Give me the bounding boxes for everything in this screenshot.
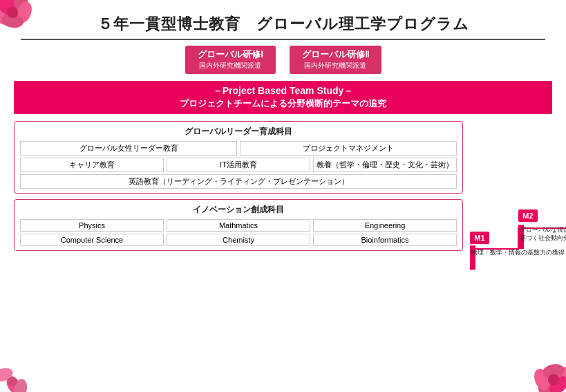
leader-item-4: IT活用教育	[167, 158, 310, 172]
svg-point-11	[531, 367, 552, 392]
project-band-line2: プロジェクトチームによる分野横断的テーマの追究	[21, 97, 545, 110]
leader-item-6: 英語教育（リーディング・ライティング・プレゼンテーション）	[20, 174, 457, 189]
innovation-box: イノベーション創成科目 Physics Mathmatics Engineeri…	[14, 199, 463, 251]
staircase-svg: M1 物理・数学・情報の基盤力の獲得 M2 グローバルな視点に 基づく社会動向分…	[470, 121, 566, 270]
leader-row3: 英語教育（リーディング・ライティング・プレゼンテーション）	[20, 174, 457, 189]
svg-point-10	[546, 373, 566, 392]
project-band: －Project Based Team Study－ プロジェクトチームによる分…	[14, 81, 552, 114]
global-study-row: グローバル研修Ⅰ 国内外研究機関派遣 グローバル研修Ⅱ 国内外研究機関派遣	[14, 46, 552, 74]
project-band-line1: －Project Based Team Study－	[21, 85, 545, 97]
svg-point-7	[540, 372, 563, 392]
global-study-box-1: グローバル研修Ⅰ 国内外研究機関派遣	[185, 46, 276, 74]
leader-item-3: キャリア教育	[20, 158, 164, 172]
svg-point-17	[8, 377, 17, 386]
leader-box: グローバルリーダー育成科目 グローバル女性リーダー教育 プロジェクトマネジメント…	[14, 121, 463, 194]
global-study-1-main: グローバル研修Ⅰ	[198, 48, 263, 61]
leader-grid: グローバル女性リーダー教育 プロジェクトマネジメント	[20, 141, 457, 156]
flower-decoration-bottom-left	[0, 337, 55, 392]
title-divider	[21, 39, 545, 40]
global-study-1-sub: 国内外研究機関派遣	[198, 61, 263, 71]
staircase-diagram: M1 物理・数学・情報の基盤力の獲得 M2 グローバルな視点に 基づく社会動向分…	[470, 121, 566, 273]
global-study-box-2: グローバル研修Ⅱ 国内外研究機関派遣	[290, 46, 381, 74]
global-study-2-main: グローバル研修Ⅱ	[302, 48, 369, 61]
leader-item-1: グローバル女性リーダー教育	[20, 141, 237, 156]
innov-grid-row2: Computer Science Chemisty Bioinformatics	[20, 234, 457, 246]
innov-item-cs: Computer Science	[20, 234, 164, 246]
svg-point-8	[550, 364, 566, 385]
svg-text:M1: M1	[474, 234, 484, 242]
innov-item-bio: Bioinformatics	[313, 234, 457, 246]
page-title: ５年一貫型博士教育 グローバル理工学プログラム	[14, 7, 552, 39]
leader-item-5: 教養（哲学・倫理・歴史・文化・芸術）	[313, 158, 457, 172]
svg-point-13	[548, 374, 559, 385]
svg-text:グローバルな視点に: グローバルな視点に	[520, 226, 566, 233]
svg-text:物理・数学・情報の基盤力の獲得: 物理・数学・情報の基盤力の獲得	[471, 249, 565, 256]
flower-decoration-bottom-right	[511, 337, 566, 392]
global-study-2-sub: 国内外研究機関派遣	[302, 61, 369, 71]
leader-item-2: プロジェクトマネジメント	[240, 141, 457, 156]
left-column: グローバルリーダー育成科目 グローバル女性リーダー教育 プロジェクトマネジメント…	[14, 121, 463, 251]
lower-section: グローバルリーダー育成科目 グローバル女性リーダー教育 プロジェクトマネジメント…	[14, 121, 552, 273]
innov-grid-row1: Physics Mathmatics Engineering	[20, 219, 457, 232]
svg-text:M2: M2	[522, 212, 533, 220]
innov-item-chem: Chemisty	[167, 234, 310, 246]
innov-item-physics: Physics	[20, 219, 164, 232]
innovation-box-title: イノベーション創成科目	[20, 204, 457, 216]
svg-text:基づく社会動向分析力の獲得: 基づく社会動向分析力の獲得	[520, 234, 566, 241]
innov-item-math: Mathmatics	[167, 219, 310, 232]
svg-point-16	[13, 378, 29, 392]
innov-item-engineering: Engineering	[313, 219, 457, 232]
svg-point-12	[542, 362, 566, 380]
main-content: ５年一貫型博士教育 グローバル理工学プログラム グローバル研修Ⅰ 国内外研究機関…	[0, 0, 566, 280]
svg-point-15	[0, 366, 15, 384]
svg-point-9	[536, 377, 554, 392]
leader-row2: キャリア教育 IT活用教育 教養（哲学・倫理・歴史・文化・芸術）	[20, 158, 457, 172]
leader-box-title: グローバルリーダー育成科目	[20, 126, 457, 138]
svg-point-14	[3, 373, 24, 392]
